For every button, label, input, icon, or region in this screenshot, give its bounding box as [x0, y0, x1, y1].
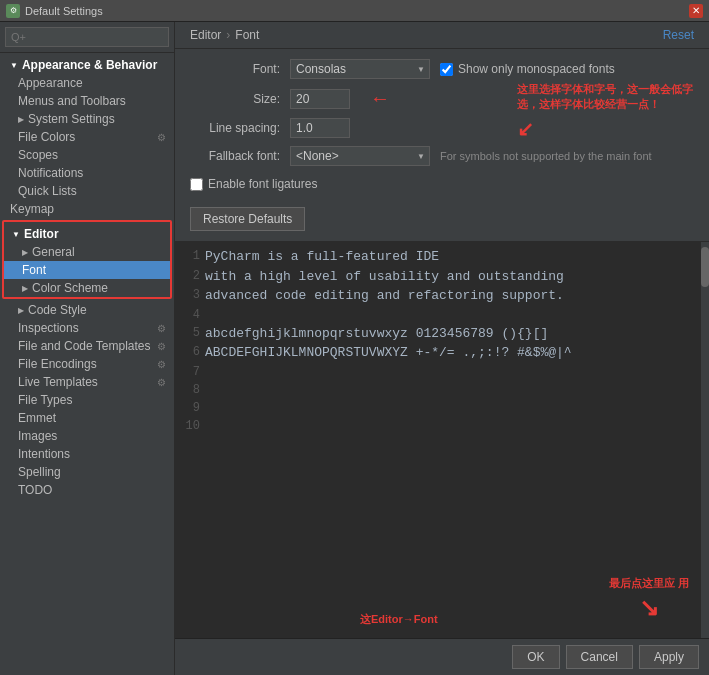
size-arrow: ←	[370, 87, 390, 110]
preview-line: 5abcdefghijklmnopqrstuvwxyz 0123456789 (…	[185, 324, 699, 344]
preview-line: 1PyCharm is a full-featured IDE	[185, 247, 699, 267]
sidebar-label: Images	[18, 429, 57, 443]
size-label: Size:	[190, 92, 280, 106]
sidebar-item-color-scheme[interactable]: ▶ Color Scheme	[4, 279, 170, 297]
breadcrumb-bar: Editor › Font Reset	[175, 22, 709, 49]
search-input[interactable]	[5, 27, 169, 47]
size-input[interactable]	[290, 89, 350, 109]
preview-line: 9	[185, 399, 699, 417]
sidebar-label: Appearance & Behavior	[22, 58, 157, 72]
breadcrumb-current: Font	[235, 28, 259, 42]
triangle-icon: ▼	[10, 61, 18, 70]
config-icon: ⚙	[157, 341, 166, 352]
sidebar-item-menus-toolbars[interactable]: Menus and Toolbars	[0, 92, 174, 110]
sidebar-label: Keymap	[10, 202, 54, 216]
title-bar: ⚙ Default Settings ✕	[0, 0, 709, 22]
app-icon: ⚙	[6, 4, 20, 18]
sidebar-label: File and Code Templates	[18, 339, 151, 353]
sidebar-label: TODO	[18, 483, 52, 497]
sidebar: ▼ Appearance & Behavior Appearance Menus…	[0, 22, 175, 675]
preview-line: 2with a high level of usability and outs…	[185, 267, 699, 287]
sidebar-label: Code Style	[28, 303, 87, 317]
apply-button[interactable]: Apply	[639, 645, 699, 669]
sidebar-item-appearance[interactable]: Appearance	[0, 74, 174, 92]
main-content: Editor › Font Reset Font: Consolas Arial…	[175, 22, 709, 675]
sidebar-label: Intentions	[18, 447, 70, 461]
sidebar-label: Menus and Toolbars	[18, 94, 126, 108]
sidebar-item-system-settings[interactable]: ▶ System Settings	[0, 110, 174, 128]
sidebar-item-file-code-templates[interactable]: File and Code Templates ⚙	[0, 337, 174, 355]
sidebar-label: Inspections	[18, 321, 79, 335]
monospaced-checkbox-label[interactable]: Show only monospaced fonts	[440, 62, 615, 76]
sidebar-item-scopes[interactable]: Scopes	[0, 146, 174, 164]
sidebar-label: Color Scheme	[32, 281, 108, 295]
sidebar-item-notifications[interactable]: Notifications	[0, 164, 174, 182]
sidebar-label: Editor	[24, 227, 59, 241]
config-icon: ⚙	[157, 132, 166, 143]
scrollbar[interactable]	[701, 242, 709, 638]
sidebar-item-quick-lists[interactable]: Quick Lists	[0, 182, 174, 200]
triangle-icon: ▶	[18, 115, 24, 124]
ligatures-checkbox[interactable]	[190, 178, 203, 191]
reset-link[interactable]: Reset	[663, 28, 694, 42]
bottom-bar: OK Cancel Apply	[175, 638, 709, 675]
sidebar-label: File Types	[18, 393, 72, 407]
sidebar-item-spelling[interactable]: Spelling	[0, 463, 174, 481]
settings-panel: Font: Consolas Arial Courier New Show on…	[175, 49, 709, 242]
sidebar-item-images[interactable]: Images	[0, 427, 174, 445]
sidebar-label: System Settings	[28, 112, 115, 126]
sidebar-item-appearance-behavior[interactable]: ▼ Appearance & Behavior	[0, 53, 174, 74]
preview-line: 7	[185, 363, 699, 381]
sidebar-label: File Encodings	[18, 357, 97, 371]
config-icon: ⚙	[157, 377, 166, 388]
triangle-icon: ▶	[22, 248, 28, 257]
triangle-icon: ▼	[12, 230, 20, 239]
preview-line: 4	[185, 306, 699, 324]
cancel-button[interactable]: Cancel	[566, 645, 633, 669]
sidebar-item-emmet[interactable]: Emmet	[0, 409, 174, 427]
sidebar-item-code-style[interactable]: ▶ Code Style	[0, 301, 174, 319]
close-button[interactable]: ✕	[689, 4, 703, 18]
fallback-note: For symbols not supported by the main fo…	[440, 150, 652, 162]
sidebar-label: Appearance	[18, 76, 83, 90]
preview-area: 1PyCharm is a full-featured IDE 2with a …	[175, 242, 709, 638]
sidebar-label: Quick Lists	[18, 184, 77, 198]
monospaced-label-text: Show only monospaced fonts	[458, 62, 615, 76]
preview-line: 8	[185, 381, 699, 399]
preview-line: 10	[185, 417, 699, 435]
search-box	[0, 22, 174, 53]
sidebar-item-file-types[interactable]: File Types	[0, 391, 174, 409]
line-spacing-label: Line spacing:	[190, 121, 280, 135]
ok-button[interactable]: OK	[512, 645, 559, 669]
preview-line: 6ABCDEFGHIJKLMNOPQRSTUVWXYZ +-*/= .,;:!?…	[185, 343, 699, 363]
sidebar-item-editor[interactable]: ▼ Editor	[4, 222, 170, 243]
sidebar-label: Live Templates	[18, 375, 98, 389]
triangle-icon: ▶	[22, 284, 28, 293]
fallback-dropdown[interactable]: <None>	[290, 146, 430, 166]
sidebar-item-file-encodings[interactable]: File Encodings ⚙	[0, 355, 174, 373]
preview-line: 3advanced code editing and refactoring s…	[185, 286, 699, 306]
sidebar-item-file-colors[interactable]: File Colors ⚙	[0, 128, 174, 146]
sidebar-label: Emmet	[18, 411, 56, 425]
line-spacing-input[interactable]	[290, 118, 350, 138]
font-label: Font:	[190, 62, 280, 76]
config-icon: ⚙	[157, 323, 166, 334]
config-icon: ⚙	[157, 359, 166, 370]
sidebar-item-font[interactable]: Font	[4, 261, 170, 279]
sidebar-item-intentions[interactable]: Intentions	[0, 445, 174, 463]
sidebar-label: File Colors	[18, 130, 75, 144]
sidebar-item-inspections[interactable]: Inspections ⚙	[0, 319, 174, 337]
sidebar-label: Font	[22, 263, 46, 277]
triangle-icon: ▶	[18, 306, 24, 315]
sidebar-item-general[interactable]: ▶ General	[4, 243, 170, 261]
ligatures-checkbox-label[interactable]: Enable font ligatures	[190, 177, 317, 191]
ligatures-label-text: Enable font ligatures	[208, 177, 317, 191]
sidebar-item-live-templates[interactable]: Live Templates ⚙	[0, 373, 174, 391]
fallback-label: Fallback font:	[190, 149, 280, 163]
sidebar-item-todo[interactable]: TODO	[0, 481, 174, 499]
app-title: Default Settings	[25, 5, 103, 17]
restore-defaults-button[interactable]: Restore Defaults	[190, 207, 305, 231]
monospaced-checkbox[interactable]	[440, 63, 453, 76]
sidebar-item-keymap[interactable]: Keymap	[0, 200, 174, 218]
font-dropdown[interactable]: Consolas Arial Courier New	[290, 59, 430, 79]
